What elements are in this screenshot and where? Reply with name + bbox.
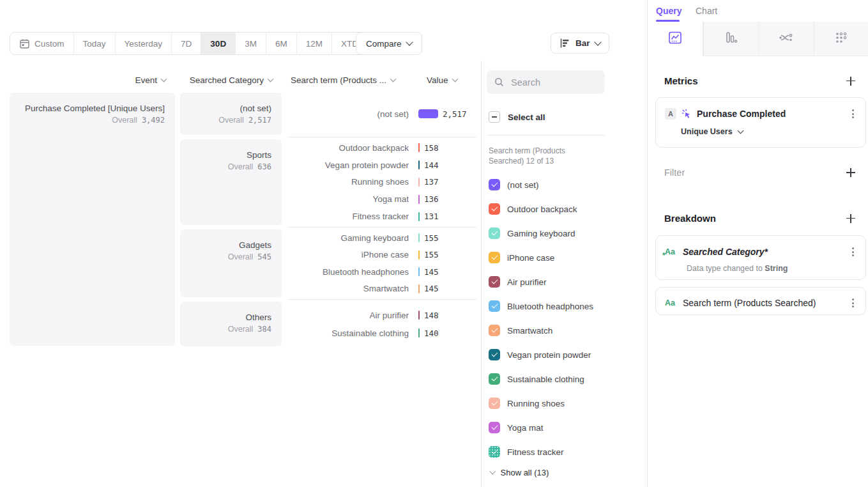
aggregation-dropdown[interactable]: Unique Users	[681, 127, 865, 136]
legend-checkbox-item[interactable]: iPhone case	[489, 245, 605, 270]
category-card[interactable]: Gadgets Overall 545	[180, 229, 282, 297]
checkbox-icon[interactable]	[489, 325, 500, 336]
table-row[interactable]: Gaming keyboard 155	[287, 229, 476, 247]
date-preset-12m[interactable]: 12M	[297, 33, 332, 54]
metric-menu-button[interactable]	[849, 107, 857, 121]
category-name: Others	[190, 313, 271, 322]
search-input[interactable]	[510, 77, 589, 88]
table-row[interactable]: Outdoor backpack 158	[287, 139, 476, 157]
checkbox-icon[interactable]	[489, 276, 500, 288]
table-row[interactable]: Bluetooth headphones 145	[287, 263, 476, 281]
add-breakdown-button[interactable]	[846, 214, 855, 223]
value-bar[interactable]	[418, 284, 420, 293]
legend-checkbox-item[interactable]: Smartwatch	[489, 318, 605, 343]
legend-checkbox-item[interactable]: Yoga mat	[489, 415, 605, 440]
report-tab-flows[interactable]	[758, 22, 814, 56]
legend-checkbox-item[interactable]: Running shoes	[489, 391, 605, 415]
date-preset-6m[interactable]: 6M	[266, 33, 297, 54]
breakdown-card[interactable]: Aa Searched Category* Data type changed …	[655, 235, 866, 280]
legend-search-box[interactable]	[487, 70, 605, 94]
value-bar[interactable]	[418, 233, 420, 242]
report-tab-insights[interactable]	[648, 22, 703, 56]
value-bar[interactable]	[418, 311, 420, 320]
legend-checkbox-item[interactable]: (not set)	[489, 173, 605, 197]
checkbox-label: Bluetooth headphones	[507, 302, 593, 311]
legend-checkbox-item[interactable]: Fitness tracker	[489, 440, 605, 464]
compare-label: Compare	[366, 39, 402, 49]
checkbox-icon[interactable]	[489, 300, 500, 312]
funnels-icon	[723, 30, 738, 48]
checkbox-icon[interactable]	[489, 373, 500, 385]
compare-button[interactable]: Compare	[356, 32, 422, 55]
table-row[interactable]: Yoga mat 136	[287, 190, 476, 208]
column-header-searched-category[interactable]: Searched Category	[180, 72, 273, 88]
legend-checkbox-item[interactable]: Gaming keyboard	[489, 221, 605, 245]
breakdown-property-label: Search term (Products Searched)	[683, 298, 816, 308]
value-bar[interactable]	[418, 178, 420, 187]
checkbox-icon[interactable]	[489, 179, 500, 190]
category-card[interactable]: (not set) Overall 2,517	[180, 93, 282, 135]
breakdown-card[interactable]: Aa Search term (Products Searched)	[655, 287, 866, 315]
checkbox-icon[interactable]	[489, 422, 500, 433]
search-term-label: Smartwatch	[287, 284, 409, 293]
legend-checkbox-item[interactable]: Vegan protein powder	[489, 343, 605, 367]
checkbox-icon[interactable]	[489, 349, 500, 360]
value-bar[interactable]	[418, 195, 420, 204]
metric-card[interactable]: A Purchase Completed Unique Users	[655, 97, 866, 148]
date-preset-today[interactable]: Today	[74, 33, 116, 54]
chart-type-dropdown[interactable]: Bar	[551, 33, 609, 54]
breakdown-property-label: Searched Category*	[683, 247, 768, 257]
add-metric-button[interactable]	[846, 77, 855, 86]
legend-checkbox-item[interactable]: Sustainable clothing	[489, 367, 605, 391]
date-preset-3m[interactable]: 3M	[236, 33, 266, 54]
checkbox-icon[interactable]	[489, 398, 500, 409]
table-row[interactable]: Fitness tracker 131	[287, 208, 476, 225]
table-row[interactable]: Smartwatch 145	[287, 281, 476, 298]
value-bar[interactable]	[418, 160, 420, 169]
value-bar[interactable]	[418, 251, 420, 259]
overall-label: Overall	[228, 162, 254, 171]
value-bar[interactable]	[418, 143, 420, 152]
event-spark-icon	[681, 109, 692, 119]
table-row[interactable]: Running shoes 137	[287, 174, 476, 191]
category-card[interactable]: Others Overall 384	[180, 302, 282, 346]
value-bar[interactable]	[418, 212, 420, 221]
legend-checkbox-item[interactable]: Outdoor backpack	[489, 197, 605, 221]
add-filter-button[interactable]	[846, 168, 855, 177]
column-header-search-term[interactable]: Search term (Products ...	[291, 72, 395, 88]
date-preset-label: Yesterday	[125, 39, 163, 49]
report-tab-retention[interactable]	[814, 22, 868, 56]
date-preset-yesterday[interactable]: Yesterday	[116, 33, 172, 54]
category-card[interactable]: Sports Overall 636	[180, 139, 282, 225]
value-bar[interactable]	[418, 329, 420, 337]
table-row[interactable]: iPhone case 155	[287, 247, 476, 264]
table-row[interactable]: (not set) 2,517	[287, 105, 476, 123]
report-tab-funnels[interactable]	[703, 22, 759, 56]
indeterminate-checkbox-icon[interactable]	[489, 111, 500, 123]
checkbox-icon[interactable]	[489, 228, 500, 239]
checkbox-icon[interactable]	[489, 252, 500, 263]
legend-checkbox-item[interactable]: Bluetooth headphones	[489, 294, 605, 318]
show-all-label: Show all (13)	[501, 468, 549, 477]
date-preset-custom[interactable]: Custom	[10, 33, 74, 54]
event-card[interactable]: Purchase Completed [Unique Users] Overal…	[10, 93, 175, 346]
select-all-checkbox[interactable]: Select all	[489, 111, 545, 123]
checkbox-icon[interactable]	[489, 203, 500, 215]
value-bar[interactable]	[418, 267, 420, 276]
breakdown-menu-button[interactable]	[849, 296, 857, 310]
legend-checkbox-item[interactable]: Air purifier	[489, 270, 605, 294]
column-header-event[interactable]: Event	[10, 72, 166, 88]
tab-query[interactable]: Query	[656, 6, 681, 16]
breakdown-menu-button[interactable]	[849, 245, 857, 259]
date-preset-30d[interactable]: 30D	[201, 33, 236, 54]
date-preset-7d[interactable]: 7D	[172, 33, 201, 54]
show-all-link[interactable]: Show all (13)	[491, 468, 549, 477]
checkbox-icon[interactable]	[489, 446, 500, 458]
overall-value: 3,492	[142, 116, 165, 125]
value-bar[interactable]	[418, 109, 438, 118]
table-row[interactable]: Sustainable clothing 140	[287, 324, 476, 342]
table-row[interactable]: Air purifier 148	[287, 306, 476, 324]
table-row[interactable]: Vegan protein powder 144	[287, 157, 476, 174]
tab-chart[interactable]: Chart	[696, 6, 717, 16]
column-header-value[interactable]: Value	[427, 72, 457, 88]
